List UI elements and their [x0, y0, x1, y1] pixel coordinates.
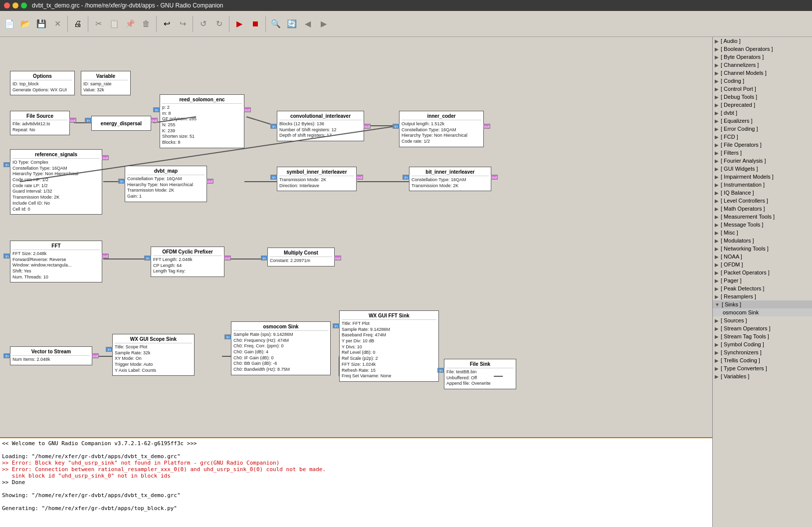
panel-packet-operators[interactable]: ▶ [ Packet Operators ]	[713, 268, 812, 276]
copy-button[interactable]: 📋	[107, 16, 122, 31]
rotate-cw-button[interactable]: ↻	[211, 16, 226, 31]
options-block[interactable]: Options ID: top_blockGenerate Options: W…	[10, 71, 75, 95]
vector-to-stream-block[interactable]: Vector to Stream Num Items: 2.048k in ou…	[10, 346, 92, 365]
osmocom-sink-block[interactable]: osmocom Sink Sample Rate (sps): 9.14286M…	[231, 321, 331, 375]
v2s-out: out	[92, 353, 99, 358]
panel-peak-detectors[interactable]: ▶ [ Peak Detectors ]	[713, 284, 812, 292]
panel-synchronizers[interactable]: ▶ [ Synchronizers ]	[713, 348, 812, 356]
reed-solomon-block[interactable]: reed_solomon_enc p: 2m: 8GF polynom: 285…	[160, 94, 244, 148]
panel-filters[interactable]: ▶ [ Filters ]	[713, 149, 812, 157]
panel-impairment[interactable]: ▶ [ Impairment Models ]	[713, 173, 812, 181]
panel-sources[interactable]: ▶ [ Sources ]	[713, 316, 812, 324]
panel-channelizers[interactable]: ▶ [ Channelizers ]	[713, 61, 812, 69]
window-controls[interactable]	[4, 2, 27, 8]
panel-trellis[interactable]: ▶ [ Trellis Coding ]	[713, 356, 812, 364]
arrow-networking: ▶	[715, 246, 719, 252]
panel-resamplers[interactable]: ▶ [ Resamplers ]	[713, 292, 812, 300]
undo-button[interactable]: ↩	[159, 16, 174, 31]
panel-boolean[interactable]: ▶ [ Boolean Operators ]	[713, 45, 812, 53]
panel-coding[interactable]: ▶ [ Coding ]	[713, 77, 812, 85]
run-button[interactable]: ▶	[232, 16, 247, 31]
fft-title: FFT	[12, 243, 100, 250]
wx-scope-block[interactable]: WX GUI Scope Sink Title: Scope PlotSampl…	[112, 334, 195, 376]
ofdm-cyclic-block[interactable]: OFDM Cyclic Prefixer FFT Length: 2.048kC…	[151, 247, 224, 277]
conv-interleaver-block[interactable]: convolutional_interleaver Blocks (12 Byt…	[277, 111, 364, 141]
search-button[interactable]: 🔍	[268, 16, 283, 31]
panel-symbol-coding[interactable]: ▶ [ Symbol Coding ]	[713, 340, 812, 348]
panel-control-port[interactable]: ▶ [ Control Port ]	[713, 85, 812, 93]
new-button[interactable]: 📄	[2, 16, 17, 31]
bit-interleaver-block[interactable]: bit_inner_interleaver Constellation Type…	[409, 167, 491, 191]
panel-networking[interactable]: ▶ [ Networking Tools ]	[713, 245, 812, 253]
panel-equalizers[interactable]: ▶ [ Equalizers ]	[713, 117, 812, 125]
conv-out: out	[364, 124, 371, 129]
wx-fft-props: Title: FFT PlotSample Rate: 9.14286MBase…	[342, 321, 436, 379]
sep2	[88, 16, 88, 32]
file-source-block[interactable]: File Source File: adv8dvbt12.tsRepeat: N…	[10, 111, 70, 135]
v2s-in: in	[3, 353, 10, 358]
label-networking: [ Networking Tools ]	[721, 246, 769, 252]
panel-variables[interactable]: ▶ [ Variables ]	[713, 372, 812, 380]
panel-gui-widgets[interactable]: ▶ [ GUI Widgets ]	[713, 165, 812, 173]
variable-block[interactable]: Variable ID: samp_rateValue: 32k	[81, 71, 131, 95]
dvbt-map-block[interactable]: dvbt_map Constellation Type: 16QAMHierar…	[125, 166, 207, 202]
delete-button[interactable]: 🗑	[139, 16, 154, 31]
panel-fcd[interactable]: ▶ [ FCD ]	[713, 133, 812, 141]
panel-ofdm[interactable]: ▶ [ OFDM ]	[713, 261, 812, 268]
forward-button[interactable]: ▶	[316, 16, 331, 31]
panel-math-operators[interactable]: ▶ [ Math Operators ]	[713, 205, 812, 213]
cut-button[interactable]: ✂	[91, 16, 106, 31]
panel-pager[interactable]: ▶ [ Pager ]	[713, 276, 812, 284]
panel-dvbt[interactable]: ▶ [ dvbt ]	[713, 109, 812, 117]
wx-fft-block[interactable]: WX GUI FFT Sink Title: FFT PlotSample Ra…	[339, 310, 439, 382]
panel-noaa[interactable]: ▶ [ NOAA ]	[713, 253, 812, 261]
energy-dispersal-block[interactable]: in energy_dispersal out	[91, 116, 151, 131]
label-stream-tag-tools: [ Stream Tag Tools ]	[721, 333, 769, 339]
ref-props: IO Type: ComplexConstellation Type: 16QA…	[12, 160, 100, 212]
open-button[interactable]: 📂	[18, 16, 33, 31]
file-sink-block[interactable]: File Sink File: testBB.binUnbuffered: Of…	[444, 359, 516, 389]
paste-button[interactable]: 📌	[123, 16, 138, 31]
arrow-misc: ▶	[715, 230, 719, 236]
back-button[interactable]: ◀	[300, 16, 315, 31]
reference-signals-block[interactable]: reference_signals IO Type: ComplexConste…	[10, 149, 102, 215]
refresh-button[interactable]: 🔄	[284, 16, 299, 31]
maximize-button[interactable]	[21, 2, 27, 8]
close-button[interactable]	[4, 2, 10, 8]
panel-level-controllers[interactable]: ▶ [ Level Controllers ]	[713, 197, 812, 205]
fft-block[interactable]: FFT FFT Size: 2.048kForward/Reverse: Rev…	[10, 241, 102, 282]
panel-modulators[interactable]: ▶ [ Modulators ]	[713, 237, 812, 245]
print-button[interactable]: 🖨	[70, 16, 85, 31]
panel-measurement[interactable]: ▶ [ Measurement Tools ]	[713, 213, 812, 221]
panel-stream-operators[interactable]: ▶ [ Stream Operators ]	[713, 324, 812, 332]
panel-sinks[interactable]: ▼ [ Sinks ]	[713, 300, 812, 308]
close-file-button[interactable]: ✕	[50, 16, 65, 31]
panel-error-coding[interactable]: ▶ [ Error Coding ]	[713, 125, 812, 133]
label-channel-models: [ Channel Models ]	[721, 70, 767, 76]
panel-deprecated[interactable]: ▶ [ Deprecated ]	[713, 101, 812, 109]
panel-byte[interactable]: ▶ [ Byte Operators ]	[713, 53, 812, 61]
panel-misc[interactable]: ▶ [ Misc ]	[713, 229, 812, 237]
panel-debug[interactable]: ▶ [ Debug Tools ]	[713, 93, 812, 101]
inner-coder-block[interactable]: inner_coder Output length: 1.512kConstel…	[399, 111, 484, 147]
panel-instrumentation[interactable]: ▶ [ Instrumentation ]	[713, 181, 812, 189]
panel-file-operators[interactable]: ▶ [ File Operators ]	[713, 141, 812, 149]
stop-button[interactable]: ⏹	[248, 16, 263, 31]
panel-sinks-osmocom[interactable]: osmocom Sink	[713, 308, 812, 316]
panel-stream-tag-tools[interactable]: ▶ [ Stream Tag Tools ]	[713, 332, 812, 340]
label-sources: [ Sources ]	[721, 317, 747, 323]
panel-audio[interactable]: ▶ [ Audio ]	[713, 37, 812, 45]
panel-channel-models[interactable]: ▶ [ Channel Models ]	[713, 69, 812, 77]
panel-iq-balance[interactable]: ▶ [ IQ Balance ]	[713, 189, 812, 197]
canvas-scroll[interactable]: Options ID: top_blockGenerate Options: W…	[0, 37, 712, 437]
minimize-button[interactable]	[12, 2, 18, 8]
symbol-interleaver-block[interactable]: symbol_inner_interleaver Transmission Mo…	[277, 167, 357, 191]
options-props: ID: top_blockGenerate Options: WX GUI	[12, 81, 72, 93]
panel-type-converters[interactable]: ▶ [ Type Converters ]	[713, 364, 812, 372]
redo-button[interactable]: ↪	[175, 16, 190, 31]
panel-fourier[interactable]: ▶ [ Fourier Analysis ]	[713, 157, 812, 165]
multiply-const-block[interactable]: Multiply Const Constant: 2.20971m in out	[267, 248, 335, 266]
panel-message-tools[interactable]: ▶ [ Message Tools ]	[713, 221, 812, 229]
save-button[interactable]: 💾	[34, 16, 49, 31]
rotate-ccw-button[interactable]: ↺	[196, 16, 210, 31]
